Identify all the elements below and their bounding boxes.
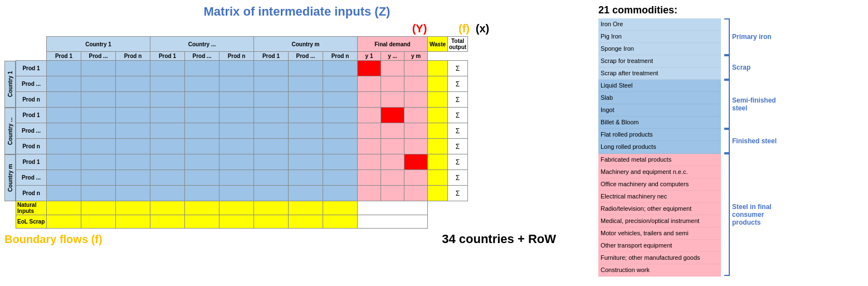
commodity-item: Slab: [598, 92, 721, 104]
cd-prodd-label: Prod ...: [16, 123, 47, 139]
x-label: (x): [474, 22, 491, 35]
commodities-title: 21 commodities:: [598, 4, 864, 16]
commodity-item: Liquid Steel: [598, 80, 721, 92]
h-fd-ym: y m: [404, 52, 428, 61]
commodity-item: Scrap for treatment: [598, 55, 721, 67]
bottom-text: Boundary flows (f) 34 countries + RoW: [4, 232, 589, 246]
sigma-cm-p1: Σ: [448, 154, 468, 170]
table-row: Prod 1 Σ: [16, 108, 468, 123]
header-total-output: Total output: [448, 37, 468, 52]
sigma-cd-p1: Σ: [448, 108, 468, 123]
row-country1-label: Country 1: [4, 61, 16, 108]
h-cm-p1: Prod 1: [254, 52, 289, 61]
bracket-group: Finished steel: [724, 129, 782, 153]
header-country1: Country 1: [47, 37, 150, 52]
header-waste: Waste: [428, 37, 448, 52]
commodity-item: Flat rolled products: [598, 129, 721, 141]
commodity-item: Billet & Bloom: [598, 117, 721, 129]
commodity-item: Long rolled products: [598, 141, 721, 153]
sigma-cm-pn: Σ: [448, 186, 468, 201]
header-final-demand: Final demand: [358, 37, 428, 52]
right-section: 21 commodities: Iron OrePig IronSponge I…: [589, 4, 864, 277]
group-label: Scrap: [732, 64, 782, 71]
table-row: Prod 1 Σ: [16, 61, 468, 76]
natural-inputs-row: Natural Inputs: [16, 201, 468, 215]
commodity-item: Radio/television; other equipment: [598, 203, 721, 215]
c1-prod1-label: Prod 1: [16, 61, 47, 76]
group-label: Steel in final consumer products: [732, 203, 782, 226]
commodity-item: Machinery and equipment n.e.c.: [598, 166, 721, 178]
h-cm-pd: Prod ...: [289, 52, 323, 61]
sigma-c1-p1: Σ: [448, 61, 468, 76]
eol-scrap-label: EoL Scrap: [16, 215, 47, 229]
h-c1-p1: Prod 1: [47, 52, 81, 61]
commodity-item: Scrap after treatment: [598, 67, 721, 80]
h-c1-pn: Prod n: [116, 52, 150, 61]
h-c1-pd: Prod ...: [81, 52, 116, 61]
h-cd-pd: Prod ...: [185, 52, 220, 61]
f-label: (f): [454, 22, 474, 35]
sigma-cd-pn: Σ: [448, 139, 468, 154]
cm-prodn-label: Prod n: [16, 186, 47, 201]
h-cm-pn: Prod n: [323, 52, 358, 61]
cm-prodd-label: Prod ...: [16, 170, 47, 186]
commodity-item: Furniture; other manufactured goods: [598, 252, 721, 264]
group-label: Finished steel: [732, 137, 782, 145]
table-row: Prod n Σ: [16, 186, 468, 201]
natural-inputs-label: Natural Inputs: [16, 201, 47, 215]
table-row: Prod ... Σ: [16, 170, 468, 186]
commodity-item: Motor vehicles, trailers and semi: [598, 227, 721, 240]
commodity-item: Office machinery and computers: [598, 178, 721, 191]
row-country-dots-label: Country ...: [4, 108, 16, 154]
table-row: Prod n Σ: [16, 92, 468, 108]
commodity-item: Medical, precision/optical instrument: [598, 215, 721, 227]
bracket-group: Steel in final consumer products: [724, 153, 782, 276]
c1-prodn-label: Prod n: [16, 92, 47, 108]
commodity-item: Ingot: [598, 104, 721, 117]
commodity-list: Iron OrePig IronSponge IronScrap for tre…: [598, 18, 721, 277]
h-fd-y1: y 1: [358, 52, 381, 61]
group-label: Primary iron: [732, 33, 782, 41]
table-row: Prod n Σ: [16, 139, 468, 154]
sigma-cm-pd: Σ: [448, 170, 468, 186]
countries-label: 34 countries + RoW: [442, 232, 556, 246]
y-label: (Y): [385, 22, 454, 35]
h-cd-pn: Prod n: [220, 52, 254, 61]
main-matrix-table: Country 1 Country ... Country m Final de…: [16, 36, 468, 229]
commodity-item: Pig Iron: [598, 31, 721, 43]
commodity-item: Electrical machinery nec: [598, 191, 721, 203]
header-country-dots: Country ...: [150, 37, 254, 52]
commodity-item: Sponge Iron: [598, 43, 721, 55]
boundary-label: Boundary flows (f): [4, 233, 103, 246]
bracket-group: Primary iron: [724, 18, 782, 55]
bracket-group: Scrap: [724, 55, 782, 80]
header-country-m: Country m: [254, 37, 358, 52]
commodity-item: Other transport equipment: [598, 240, 721, 252]
cd-prod1-label: Prod 1: [16, 108, 47, 123]
main-title: Matrix of intermediate inputs (Z): [4, 4, 589, 19]
h-fd-yd: y ...: [381, 52, 404, 61]
cm-prod1-label: Prod 1: [16, 154, 47, 170]
group-label: Semi-finished steel: [732, 96, 782, 112]
sigma-c1-pd: Σ: [448, 76, 468, 92]
c1-prodd-label: Prod ...: [16, 76, 47, 92]
commodities-container: Iron OrePig IronSponge IronScrap for tre…: [598, 18, 864, 277]
table-row: Prod 1 Σ: [16, 154, 468, 170]
table-row: Prod ... Σ: [16, 76, 468, 92]
h-cd-p1: Prod 1: [150, 52, 185, 61]
commodity-item: Iron Ore: [598, 18, 721, 31]
commodity-item: Fabricated metal products: [598, 154, 721, 166]
left-section: Matrix of intermediate inputs (Z) (Y) (f…: [4, 4, 589, 246]
commodity-item: Construction work: [598, 264, 721, 277]
bracket-group: Semi-finished steel: [724, 80, 782, 129]
sigma-c1-pn: Σ: [448, 92, 468, 108]
eol-scrap-row: EoL Scrap: [16, 215, 468, 229]
table-row: Prod ... Σ: [16, 123, 468, 139]
sigma-cd-pd: Σ: [448, 123, 468, 139]
row-country-m-label: Country m: [4, 154, 16, 201]
cd-prodn-label: Prod n: [16, 139, 47, 154]
